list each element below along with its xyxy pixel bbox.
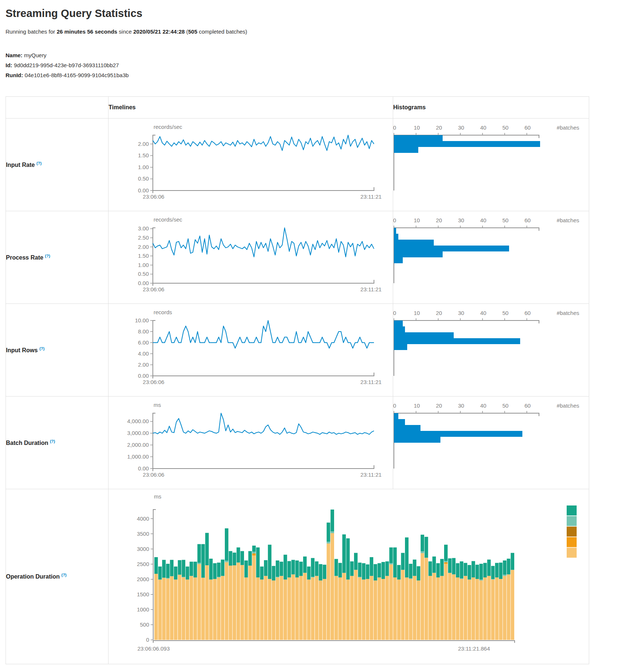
histogram-chart: 0102030405060#batches: [393, 304, 589, 396]
stacked-bar-segment: [448, 573, 452, 640]
stacked-bar-segment: [209, 559, 213, 580]
stacked-bar-segment: [401, 553, 405, 570]
row-label: Operation Duration: [6, 574, 60, 580]
legend-swatch[interactable]: [567, 537, 577, 547]
stacked-bar-segment: [452, 558, 456, 574]
help-icon[interactable]: (?): [61, 573, 66, 577]
stacked-bar-segment: [339, 563, 342, 577]
stacked-bar-segment: [311, 577, 315, 640]
stacked-bar-segment: [330, 531, 334, 533]
stacked-bar-segment: [233, 565, 236, 640]
y-tick-label: 1,000.00: [127, 453, 149, 460]
stacked-bar-segment: [495, 563, 499, 577]
row-label-cell: Operation Duration (?): [6, 489, 109, 664]
stacked-bar-segment: [193, 562, 197, 577]
row-label: Input Rows: [6, 347, 38, 353]
x-axis: [153, 373, 374, 378]
help-icon[interactable]: (?): [37, 161, 42, 165]
stacked-bar-segment: [166, 564, 170, 578]
stacked-bar-segment: [198, 563, 201, 564]
y-tick-label: 0.00: [138, 373, 149, 379]
metric-row-input-rate: Input Rate (?)records/sec0.000.501.001.5…: [6, 119, 589, 211]
stacked-bar-segment: [480, 580, 483, 640]
legend-swatch[interactable]: [567, 548, 577, 558]
stacked-bar-segment: [362, 563, 365, 579]
stacked-bar-segment: [417, 580, 420, 640]
legend-swatch[interactable]: [567, 505, 577, 515]
batches-axis-label: #batches: [557, 402, 579, 409]
metric-row-operation-duration: Operation Duration (?)ms0500100015002000…: [6, 489, 589, 664]
stacked-bar-segment: [315, 561, 319, 576]
stacked-bar-segment: [330, 533, 334, 640]
stacked-bar-segment: [432, 573, 436, 640]
stacked-bar-segment: [272, 566, 275, 580]
stacked-bar-segment: [440, 559, 444, 576]
stacked-bar-segment: [186, 566, 189, 579]
x-start-label: 23:06:06.093: [137, 645, 170, 652]
row-label: Input Rate: [6, 162, 35, 168]
stacked-bar-segment: [511, 553, 514, 570]
stacked-bar-segment: [409, 564, 413, 578]
row-label-cell: Batch Duration (?): [6, 397, 109, 489]
stacked-bar-segment: [319, 580, 323, 640]
stacked-bar-segment: [217, 577, 221, 577]
stacked-bar-segment: [182, 577, 185, 640]
timeline-cell: records/sec0.000.501.001.502.0023:06:062…: [109, 119, 393, 211]
y-tick-label: 2000: [137, 576, 149, 582]
stacked-bar-segment: [389, 565, 393, 640]
x-tick-label: 20: [436, 402, 442, 409]
x-tick-label: 60: [525, 217, 531, 223]
stacked-bar-segment: [425, 537, 428, 558]
stacked-bar-segment: [240, 551, 244, 565]
stacked-bar-segment: [334, 576, 338, 640]
stacked-bar-segment: [499, 579, 503, 640]
query-id-value: 9d0dd219-995d-423e-b97d-36931110bb27: [14, 62, 119, 68]
stacked-bar-segment: [397, 580, 401, 640]
query-runid-label: RunId:: [6, 72, 23, 78]
help-icon[interactable]: (?): [40, 346, 45, 351]
help-icon[interactable]: (?): [45, 254, 50, 258]
stacked-bar-segment: [503, 575, 506, 576]
stacked-bar-segment: [378, 577, 381, 640]
x-tick-label: 20: [436, 310, 442, 316]
y-axis: [153, 228, 155, 283]
stacked-bar-segment: [323, 565, 326, 579]
histogram-bar: [394, 147, 418, 153]
stacked-bar-segment: [385, 561, 389, 576]
timeline-chart: records0.002.004.006.008.0010.0023:06:06…: [109, 304, 393, 396]
y-tick-label: 2500: [137, 561, 149, 567]
x-start-label: 23:06:06: [143, 193, 164, 200]
stacked-bar-segment: [237, 563, 240, 640]
y-tick-label: 3.00: [138, 225, 149, 232]
row-label-cell: Input Rows (?): [6, 304, 109, 397]
stacked-bar-segment: [264, 576, 268, 640]
stacked-bar-segment: [389, 563, 393, 564]
stacked-bar-segment: [342, 534, 346, 573]
timeline-cell: ms0.001,000.002,000.003,000.004,000.0023…: [109, 397, 393, 489]
y-tick-label: 2.00: [138, 244, 149, 250]
x-tick-label: 60: [525, 310, 531, 316]
stacked-bar-segment: [429, 576, 432, 640]
stacked-bar-segment: [393, 548, 397, 577]
stacked-bar-segment: [491, 580, 495, 640]
stacked-bar-segment: [475, 579, 479, 640]
legend-swatch[interactable]: [567, 527, 577, 536]
stacked-bar-segment: [205, 533, 209, 565]
stacked-bar-segment: [252, 556, 256, 640]
help-icon[interactable]: (?): [50, 439, 55, 443]
histogram-chart: 0102030405060#batches: [393, 397, 589, 489]
stacked-bar-segment: [456, 577, 460, 640]
stacked-bar-segment: [284, 580, 287, 640]
x-end-label: 23:11:21.864: [458, 645, 490, 652]
legend-swatch[interactable]: [567, 516, 577, 526]
stacked-bar-segment: [503, 560, 506, 575]
stacked-bar-segment: [193, 577, 197, 640]
unit-label: ms: [154, 402, 161, 408]
stacked-bar-segment: [198, 544, 201, 563]
histogram-cell: 0102030405060#batches: [393, 304, 589, 397]
stacked-bar-segment: [417, 566, 420, 581]
x-tick-label: 50: [502, 124, 509, 131]
stacked-bar-segment: [174, 566, 178, 579]
y-tick-label: 1.00: [138, 262, 149, 268]
stacked-bar-segment: [256, 577, 260, 640]
